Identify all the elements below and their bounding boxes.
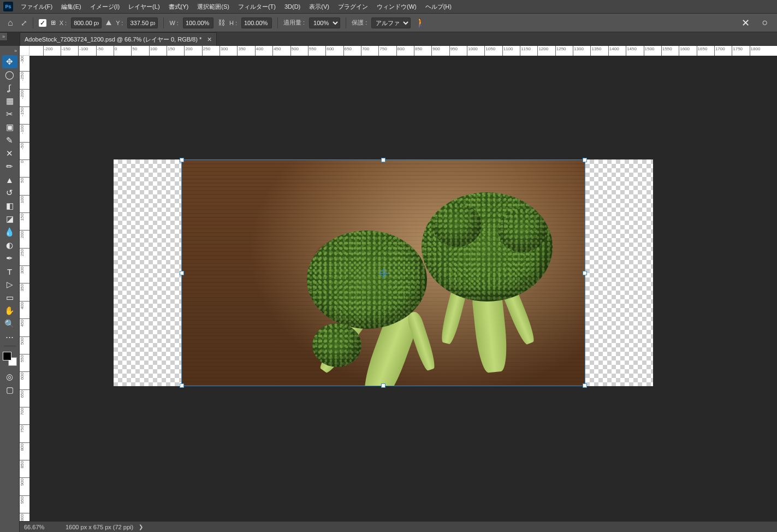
menu-item[interactable]: プラグイン (334, 0, 372, 14)
status-bar: 66.67% 1600 px x 675 px (72 ppi) ❯ (20, 521, 777, 532)
document-tab-title: AdobeStock_72063724_1200.psd @ 66.7% (レイ… (25, 36, 201, 44)
menu-item[interactable]: ウィンドウ(W) (372, 0, 421, 14)
brush-tool[interactable]: ✏ (2, 160, 17, 173)
dodge-tool[interactable]: ◐ (2, 239, 17, 252)
menu-item[interactable]: フィルター(T) (234, 0, 280, 14)
menu-item[interactable]: レイヤー(L) (124, 0, 164, 14)
separator (277, 17, 278, 28)
gradient-tool[interactable]: ◪ (2, 212, 17, 226)
screen-mode-icon[interactable]: ▢ (2, 383, 17, 397)
toolbox-divider (4, 346, 16, 346)
home-icon[interactable]: ⌂ (4, 18, 16, 28)
document-canvas[interactable] (114, 159, 653, 386)
w-input[interactable] (183, 17, 213, 28)
menu-item[interactable]: 書式(Y) (164, 0, 193, 14)
panel-flyout-tab[interactable]: » (0, 32, 8, 41)
marquee-tool[interactable]: ◯ (2, 68, 17, 81)
y-label: Y : (116, 20, 123, 26)
tool-panel: » ✥◯ʆ▦✂▣✎✕✏▲↺◧◪💧◐✒T▷▭✋🔍⋯ ◎ ▢ (0, 46, 20, 532)
app-logo-icon: Ps (3, 2, 13, 11)
path-select-tool[interactable]: ▷ (2, 278, 17, 291)
y-input[interactable] (127, 17, 158, 28)
more-tools[interactable]: ⋯ (2, 330, 17, 344)
separator (346, 17, 346, 28)
menu-item[interactable]: ヘルプ(H) (421, 0, 456, 14)
blur-tool[interactable]: 💧 (2, 226, 17, 239)
x-input[interactable] (71, 17, 102, 28)
image-layer[interactable] (181, 159, 585, 386)
separator (163, 17, 164, 28)
color-swatches[interactable] (3, 352, 17, 366)
protect-select[interactable]: アルファチャ... (371, 17, 411, 28)
lasso-tool[interactable]: ʆ (2, 81, 17, 94)
menu-item[interactable]: 選択範囲(S) (193, 0, 234, 14)
type-tool[interactable]: T (2, 265, 17, 278)
x-label: X : (60, 20, 67, 26)
swap-xy-icon[interactable] (106, 20, 111, 25)
document-info[interactable]: 1600 px x 675 px (72 ppi) (59, 524, 133, 530)
close-tab-icon[interactable]: ✕ (207, 36, 212, 43)
menu-item[interactable]: 3D(D) (280, 0, 305, 14)
object-select-tool[interactable]: ▦ (2, 94, 17, 108)
options-bar: ⌂ ⤢ ✓ ⊞ X : Y : W : ⛓ H : 適用量 : 100% 保護 … (0, 14, 777, 32)
pen-tool[interactable]: ✒ (2, 252, 17, 265)
link-wh-icon[interactable]: ⛓ (218, 19, 225, 27)
amount-label: 適用量 : (283, 19, 305, 27)
menu-item[interactable]: 編集(E) (57, 0, 86, 14)
crop-tool[interactable]: ✂ (2, 108, 17, 121)
ruler-vertical[interactable]: -300-250-200-150-100-5005010015020025030… (20, 56, 29, 521)
ruler-horizontal[interactable]: -200-150-100-500501001502002503003504004… (29, 46, 777, 56)
collapse-toolbox-icon[interactable]: » (0, 48, 19, 54)
broccoli-left (307, 230, 449, 386)
work-area: -200-150-100-500501001502002503003504004… (20, 46, 777, 521)
foreground-color-swatch[interactable] (3, 352, 11, 360)
move-tool[interactable]: ✥ (2, 55, 17, 68)
menu-bar: Ps ファイル(F)編集(E)イメージ(I)レイヤー(L)書式(Y)選択範囲(S… (0, 0, 777, 14)
zoom-level[interactable]: 66.67% (20, 524, 59, 530)
protect-skin-icon[interactable]: 🚶 (415, 17, 426, 28)
menu-item[interactable]: イメージ(I) (86, 0, 124, 14)
amount-select[interactable]: 100% (309, 17, 340, 28)
hand-tool[interactable]: ✋ (2, 304, 17, 317)
menu-item[interactable]: 表示(V) (305, 0, 334, 14)
reference-point-toggle[interactable]: ✓ (39, 19, 46, 27)
w-label: W : (169, 20, 179, 26)
document-tab[interactable]: AdobeStock_72063724_1200.psd @ 66.7% (レイ… (20, 32, 217, 46)
protect-label: 保護 : (352, 19, 367, 27)
h-input[interactable] (241, 17, 272, 28)
h-label: H : (229, 20, 237, 26)
status-menu-icon[interactable]: ❯ (133, 524, 149, 530)
ruler-origin[interactable] (20, 46, 29, 56)
rectangle-tool[interactable]: ▭ (2, 291, 17, 304)
document-tab-bar: AdobeStock_72063724_1200.psd @ 66.7% (レイ… (20, 32, 777, 46)
history-brush-tool[interactable]: ↺ (2, 186, 17, 199)
menu-item[interactable]: ファイル(F) (16, 0, 57, 14)
quick-mask-icon[interactable]: ◎ (2, 370, 17, 383)
eraser-tool[interactable]: ◧ (2, 199, 17, 212)
eyedropper-tool[interactable]: ✎ (2, 134, 17, 147)
separator (33, 17, 33, 28)
commit-transform-icon[interactable]: ○ (757, 17, 773, 28)
stamp-tool[interactable]: ▲ (2, 173, 17, 186)
cancel-transform-icon[interactable]: ✕ (738, 17, 753, 29)
frame-tool[interactable]: ▣ (2, 121, 17, 134)
zoom-tool[interactable]: 🔍 (2, 317, 17, 330)
reference-point-grid-icon[interactable]: ⊞ (51, 19, 55, 26)
canvas-viewport[interactable] (29, 56, 777, 521)
content-aware-scale-icon[interactable]: ⤢ (21, 19, 27, 27)
healing-tool[interactable]: ✕ (2, 147, 17, 160)
